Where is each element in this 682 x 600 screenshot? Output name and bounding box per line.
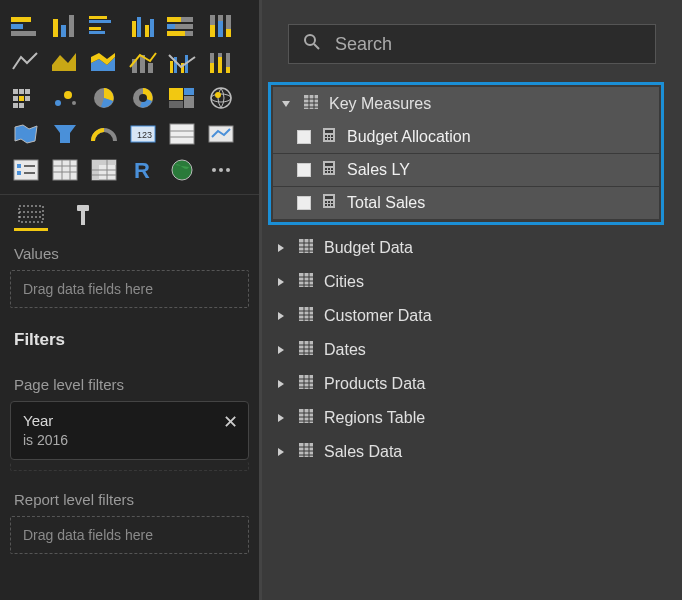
svg-rect-45	[13, 96, 18, 101]
svg-rect-31	[148, 63, 153, 73]
svg-rect-4	[61, 25, 66, 37]
svg-rect-115	[325, 163, 333, 166]
funnel-icon[interactable]	[47, 118, 82, 150]
filter-condition: is 2016	[23, 431, 214, 451]
arcgis-map-icon[interactable]	[164, 154, 199, 186]
svg-rect-120	[328, 171, 330, 173]
table-icon	[298, 238, 314, 258]
table-icon	[298, 442, 314, 462]
fields-tab[interactable]	[14, 199, 48, 231]
svg-rect-116	[325, 168, 327, 170]
table-sales-data[interactable]: Sales Data	[268, 435, 664, 469]
table-regions-table[interactable]: Regions Table	[268, 401, 664, 435]
table-label: Customer Data	[324, 307, 432, 325]
svg-rect-109	[328, 135, 330, 137]
svg-rect-123	[325, 196, 333, 199]
stacked-area-chart-icon[interactable]	[86, 46, 121, 78]
donut-chart-icon[interactable]	[125, 82, 160, 114]
svg-rect-56	[169, 88, 183, 100]
svg-rect-118	[331, 168, 333, 170]
line-chart-icon[interactable]	[8, 46, 43, 78]
table-key-measures[interactable]: Key Measures	[273, 87, 659, 121]
table-customer-data[interactable]: Customer Data	[268, 299, 664, 333]
table-icon	[298, 306, 314, 326]
filter-field-name: Year	[23, 410, 214, 431]
table-products-data[interactable]: Products Data	[268, 367, 664, 401]
hundred-stacked-column-icon[interactable]	[203, 10, 238, 42]
svg-rect-125	[328, 201, 330, 203]
svg-marker-158	[278, 380, 284, 388]
svg-rect-10	[132, 21, 136, 37]
table-label: Sales Data	[324, 443, 402, 461]
table-dates[interactable]: Dates	[268, 333, 664, 367]
svg-point-55	[139, 94, 147, 102]
values-drop-zone[interactable]: Drag data fields here	[10, 270, 249, 308]
svg-rect-48	[13, 103, 18, 108]
svg-rect-21	[210, 25, 215, 37]
gauge-icon[interactable]	[86, 118, 121, 150]
fields-search-box[interactable]: Search	[288, 24, 656, 64]
kpi-icon[interactable]	[203, 118, 238, 150]
expand-arrow-icon	[274, 243, 288, 253]
ribbon-chart-icon[interactable]	[203, 46, 238, 78]
svg-rect-40	[218, 57, 222, 73]
clustered-bar-chart-icon[interactable]	[86, 10, 121, 42]
stacked-bar-chart-icon[interactable]	[8, 10, 43, 42]
report-filter-drop-zone[interactable]: Drag data fields here	[10, 516, 249, 554]
svg-rect-112	[328, 138, 330, 140]
format-tab[interactable]	[66, 199, 100, 231]
svg-rect-92	[19, 206, 43, 222]
svg-rect-127	[325, 204, 327, 206]
more-visuals-icon[interactable]	[203, 154, 238, 186]
r-script-visual-icon[interactable]: R	[125, 154, 160, 186]
treemap-icon[interactable]	[164, 82, 199, 114]
scatter-chart-icon[interactable]	[47, 82, 82, 114]
page-filter-chip[interactable]: Year is 2016 ✕	[10, 401, 249, 460]
svg-rect-44	[25, 89, 30, 94]
svg-rect-58	[184, 96, 194, 108]
remove-filter-icon[interactable]: ✕	[223, 410, 238, 435]
page-filter-drop-zone[interactable]	[10, 462, 249, 471]
filled-map-icon[interactable]	[8, 118, 43, 150]
waterfall-chart-icon[interactable]	[8, 82, 43, 114]
field-checkbox[interactable]	[297, 130, 311, 144]
svg-rect-70	[14, 160, 38, 180]
slicer-icon[interactable]	[8, 154, 43, 186]
svg-marker-165	[278, 414, 284, 422]
area-chart-icon[interactable]	[47, 46, 82, 78]
svg-rect-126	[331, 201, 333, 203]
multi-row-card-icon[interactable]	[164, 118, 199, 150]
svg-rect-1	[11, 24, 23, 29]
field-checkbox[interactable]	[297, 163, 311, 177]
svg-rect-13	[150, 19, 154, 37]
svg-rect-59	[169, 101, 183, 108]
table-icon	[298, 272, 314, 292]
map-icon[interactable]	[203, 82, 238, 114]
svg-rect-7	[89, 20, 111, 23]
viz-config-tabs	[0, 194, 259, 231]
field-budget-allocation[interactable]: Budget Allocation	[273, 121, 659, 153]
clustered-column-chart-icon[interactable]	[125, 10, 160, 42]
stacked-column-chart-icon[interactable]	[47, 10, 82, 42]
line-stacked-column-icon[interactable]	[125, 46, 160, 78]
line-clustered-column-icon[interactable]	[164, 46, 199, 78]
hundred-stacked-bar-icon[interactable]	[164, 10, 199, 42]
measure-icon	[321, 127, 337, 147]
svg-rect-5	[69, 15, 74, 37]
svg-text:123: 123	[137, 130, 152, 140]
field-sales-ly[interactable]: Sales LY	[273, 154, 659, 186]
svg-line-98	[314, 44, 319, 49]
table-label: Cities	[324, 273, 364, 291]
field-total-sales[interactable]: Total Sales	[273, 187, 659, 219]
table-budget-data[interactable]: Budget Data	[268, 231, 664, 265]
table-icon	[298, 408, 314, 428]
table-cities[interactable]: Cities	[268, 265, 664, 299]
pie-chart-icon[interactable]	[86, 82, 121, 114]
card-icon[interactable]: 123	[125, 118, 160, 150]
field-checkbox[interactable]	[297, 196, 311, 210]
svg-rect-71	[17, 164, 21, 168]
table-icon[interactable]	[47, 154, 82, 186]
svg-point-51	[64, 91, 72, 99]
matrix-icon[interactable]	[86, 154, 121, 186]
table-label: Products Data	[324, 375, 425, 393]
